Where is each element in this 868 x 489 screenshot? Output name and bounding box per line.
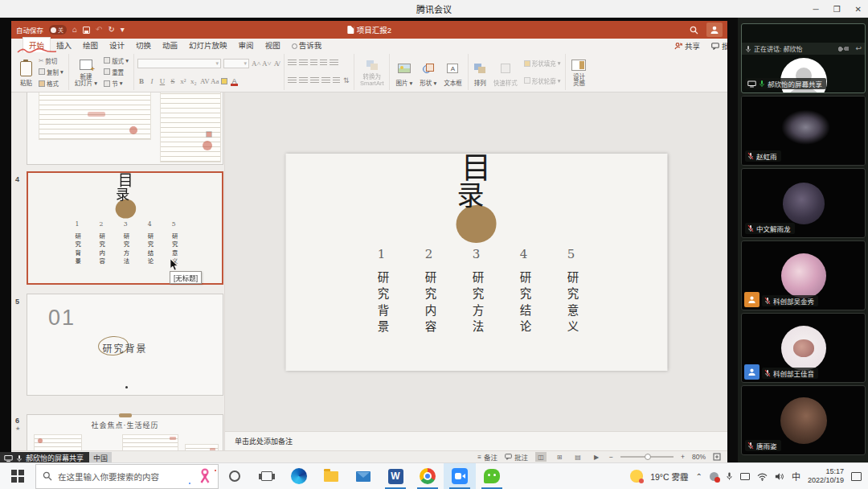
underline-button[interactable]: U	[158, 77, 166, 85]
edge-button[interactable]	[283, 463, 315, 489]
decrease-font-button[interactable]: A˅	[262, 60, 270, 68]
columns-button[interactable]	[333, 77, 340, 84]
taskbar-clock[interactable]: 15:17 2022/10/19	[808, 467, 844, 486]
participant-tile-tangyuzi[interactable]: 唐雨姿	[741, 385, 866, 455]
subscript-button[interactable]: x₂	[190, 77, 198, 85]
notes-toggle-button[interactable]: ≡备注	[477, 452, 497, 462]
main-toc-slide[interactable]: 目 录 1研究背景 2研究内容 3研究方法	[285, 154, 667, 371]
numbering-button[interactable]	[299, 60, 308, 67]
slide-editor-canvas[interactable]: 目 录 1研究背景 2研究内容 3研究方法	[225, 92, 727, 431]
increase-indent-button[interactable]	[320, 60, 327, 67]
undo-icon[interactable]: ↶	[96, 26, 102, 34]
participant-tile-haoxinyi[interactable]: 正在讲话: 郝欣怡 ↩ 郝欣怡的屏幕共享	[741, 23, 866, 93]
cut-button[interactable]: ✂剪切	[37, 56, 65, 65]
arrange-button[interactable]: 排列	[472, 55, 489, 89]
comments-button[interactable]: 批注	[711, 40, 727, 51]
participant-tile-zhaohongyu[interactable]: 赵虹雨	[741, 96, 866, 166]
paste-button[interactable]: 粘贴	[18, 55, 35, 89]
tab-transitions[interactable]: 切换	[130, 38, 157, 52]
slideshow-button[interactable]: ▶	[591, 452, 602, 462]
clear-format-button[interactable]: A̸	[272, 60, 280, 68]
network-icon[interactable]	[757, 472, 768, 481]
start-button[interactable]	[0, 463, 35, 489]
font-color-button[interactable]: A	[230, 77, 239, 85]
action-center-icon[interactable]	[851, 472, 862, 481]
textbox-button[interactable]: A 文本框	[441, 55, 465, 89]
cortana-button[interactable]	[219, 463, 251, 489]
wechat-button[interactable]	[476, 463, 508, 489]
word-button[interactable]: W	[379, 463, 411, 489]
increase-font-button[interactable]: A˄	[252, 60, 260, 68]
tab-home[interactable]: 开始	[23, 37, 51, 52]
notes-pane[interactable]: 单击此处添加备注	[225, 431, 727, 450]
chrome-button[interactable]	[411, 463, 444, 489]
autosave-toggle[interactable]: 关	[49, 25, 67, 35]
section-button[interactable]: 节 ▾	[102, 79, 130, 88]
normal-view-button[interactable]: ◫	[535, 452, 547, 462]
tab-slideshow[interactable]: 幻灯片放映	[183, 38, 233, 52]
shapes-button[interactable]: 形状 ▾	[417, 55, 439, 89]
bullets-button[interactable]	[288, 60, 297, 67]
copy-button[interactable]: 复制 ▾	[37, 68, 65, 76]
tab-view[interactable]: 视图	[260, 38, 286, 52]
weather-text[interactable]: 19°C 雾霾	[650, 471, 688, 483]
font-name-combobox[interactable]: ▾	[137, 59, 221, 68]
decrease-indent-button[interactable]	[310, 60, 317, 67]
tencent-meeting-button[interactable]	[444, 463, 476, 489]
italic-button[interactable]: I	[148, 77, 156, 85]
shape-outline-button[interactable]: 形状轮廓 ▾	[522, 76, 563, 85]
slide6-thumbnail[interactable]: 社会焦点·生活经历	[27, 414, 223, 450]
quick-styles-button[interactable]: 快速样式	[491, 55, 520, 89]
zoom-slider[interactable]	[620, 456, 674, 458]
tab-animations[interactable]: 动画	[157, 38, 183, 52]
new-slide-button[interactable]: 新建幻灯片 ▾	[72, 55, 100, 89]
search-icon[interactable]	[690, 26, 698, 35]
zoom-slider-knob[interactable]	[645, 454, 651, 460]
align-center-button[interactable]	[299, 77, 308, 84]
cast-icon[interactable]	[740, 473, 750, 480]
participant-tile-wangjiayin[interactable]: 科创部王佳音	[741, 313, 866, 383]
slide-sorter-view-button[interactable]: ⊞	[554, 452, 565, 462]
tray-mic-icon[interactable]	[726, 471, 733, 481]
text-direction-button[interactable]: ⇅	[342, 76, 350, 84]
zoom-in-button[interactable]: +	[681, 453, 685, 461]
account-button[interactable]	[706, 23, 723, 37]
comments-toggle-button[interactable]: 批注	[505, 452, 528, 462]
redo-icon[interactable]: ↻	[108, 26, 114, 34]
sync-alert-icon[interactable]	[710, 472, 719, 481]
tab-insert[interactable]: 插入	[51, 38, 77, 52]
ime-indicator[interactable]: 中	[792, 470, 800, 483]
tab-review[interactable]: 审阅	[233, 38, 260, 52]
picture-button[interactable]: 图片 ▾	[393, 55, 415, 89]
zoom-percent[interactable]: 80%	[692, 453, 706, 461]
volume-icon[interactable]	[775, 472, 784, 481]
quick-access-dropdown-icon[interactable]: ▾	[121, 26, 125, 34]
hidden-icons-chevron[interactable]: ⌃	[696, 472, 702, 481]
layout-button[interactable]: 版式 ▾	[102, 56, 130, 65]
slide3-thumbnail[interactable]	[27, 92, 223, 165]
share-button[interactable]: 共享	[674, 40, 700, 51]
task-view-button[interactable]	[251, 463, 283, 489]
weather-icon[interactable]	[630, 470, 643, 483]
taskbar-search[interactable]: 在这里输入你要搜索的内容	[35, 464, 219, 489]
home-icon[interactable]: ⌂	[72, 26, 77, 34]
fit-slide-button[interactable]	[713, 453, 721, 461]
slide4-thumbnail[interactable]: 目 录 1研究背景 2研究内容	[27, 171, 223, 285]
char-spacing-button[interactable]: AV	[200, 77, 208, 85]
reading-view-button[interactable]: ▤	[572, 452, 583, 462]
bold-button[interactable]: B	[137, 77, 145, 85]
font-size-combobox[interactable]: ▾	[223, 59, 249, 68]
tab-design[interactable]: 设计	[104, 38, 130, 52]
highlight-button[interactable]	[221, 78, 227, 84]
tab-tell-me[interactable]: 告诉我	[286, 38, 328, 52]
shape-fill-button[interactable]: 形状填充 ▾	[522, 59, 563, 68]
align-left-button[interactable]	[288, 77, 297, 84]
tab-draw[interactable]: 绘图	[77, 38, 104, 52]
file-explorer-button[interactable]	[315, 463, 347, 489]
align-right-button[interactable]	[310, 77, 319, 84]
participant-tile-wujinxiu[interactable]: 科创部吴金秀	[741, 240, 866, 310]
slide5-thumbnail[interactable]: 01 研究背景	[27, 294, 223, 396]
strikethrough-button[interactable]: S	[169, 77, 177, 85]
convert-smartart-button[interactable]: 转换为SmartArt	[358, 55, 387, 89]
close-button[interactable]: ✕	[855, 5, 862, 14]
